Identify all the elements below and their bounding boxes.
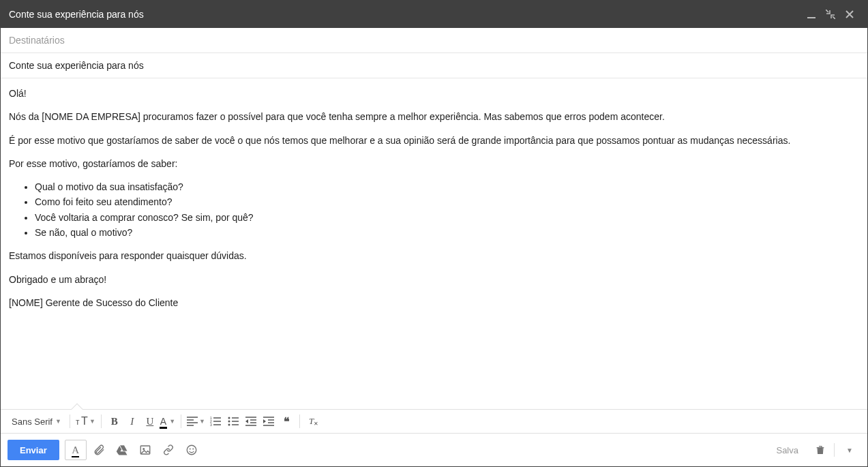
subject-row[interactable] <box>1 53 867 78</box>
body-paragraph: Estamos disponíveis para responder quais… <box>9 249 859 262</box>
indent-more-button[interactable] <box>260 412 278 430</box>
italic-icon: I <box>130 416 134 427</box>
separator <box>299 415 300 428</box>
close-icon <box>845 10 854 19</box>
font-family-label: Sans Serif <box>12 417 53 427</box>
list-item: Qual o motivo da sua insatisfação? <box>35 180 859 194</box>
svg-point-13 <box>187 445 196 455</box>
indent-less-icon <box>245 417 256 426</box>
separator <box>70 415 70 428</box>
list-item: Se não, qual o motivo? <box>35 226 859 239</box>
exit-fullscreen-button[interactable] <box>821 5 840 24</box>
discard-draft-button[interactable] <box>809 440 831 460</box>
save-status: Salva <box>776 445 798 455</box>
exit-fullscreen-icon <box>826 10 835 19</box>
link-icon <box>162 444 175 456</box>
underline-button[interactable]: U <box>141 412 159 430</box>
emoji-icon <box>185 444 198 456</box>
chevron-down-icon: ▼ <box>89 418 95 425</box>
compose-window: Conte sua experiência para nós Olá! Nós … <box>0 0 868 467</box>
bottom-bar: Enviar A Salva ▼ <box>1 434 867 466</box>
svg-text:✕: ✕ <box>314 421 318 427</box>
chevron-down-icon: ▼ <box>199 418 205 425</box>
list-item: Como foi feito seu atendimento? <box>35 195 859 209</box>
body-paragraph: Por esse motivo, gostaríamos de saber: <box>9 157 859 170</box>
svg-point-7 <box>228 421 230 423</box>
svg-text:3: 3 <box>210 423 212 426</box>
svg-point-12 <box>143 448 145 450</box>
font-size-button[interactable]: тT ▼ <box>74 412 97 430</box>
drive-icon <box>116 444 128 456</box>
recipients-row[interactable] <box>1 28 867 53</box>
quote-icon: ❝ <box>284 415 290 428</box>
separator <box>181 415 181 428</box>
bullet-list-button[interactable] <box>224 412 242 430</box>
send-button[interactable]: Enviar <box>8 440 59 460</box>
numbered-list-icon: 123 <box>210 417 221 426</box>
chevron-down-icon: ▼ <box>55 418 61 425</box>
chevron-down-icon: ▼ <box>169 418 175 425</box>
insert-link-button[interactable] <box>158 440 179 460</box>
font-family-select[interactable]: Sans Serif ▼ <box>5 412 65 430</box>
separator <box>101 415 102 428</box>
paperclip-icon <box>93 444 105 456</box>
insert-emoji-button[interactable] <box>181 440 203 460</box>
svg-point-14 <box>190 449 191 450</box>
insert-photo-button[interactable] <box>134 440 156 460</box>
body-paragraph: É por esse motivo que gostaríamos de sab… <box>9 134 859 147</box>
minimize-icon <box>807 10 816 19</box>
text-color-button[interactable]: A ▼ <box>159 412 177 430</box>
insert-drive-button[interactable] <box>111 440 133 460</box>
font-size-icon: тT <box>76 416 89 427</box>
svg-point-6 <box>228 417 230 419</box>
body-paragraph: Nós da [NOME DA EMPRESA] procuramos faze… <box>9 110 859 123</box>
title-bar: Conte sua experiência para nós <box>1 1 867 28</box>
chevron-down-icon: ▼ <box>846 447 853 454</box>
format-icon: A <box>72 445 79 456</box>
image-icon <box>139 444 151 456</box>
list-item: Você voltaria a comprar conosco? Se sim,… <box>35 211 859 224</box>
svg-rect-16 <box>818 448 823 454</box>
body-paragraph: [NOME] Gerente de Sucesso do Cliente <box>9 296 859 310</box>
attach-file-button[interactable] <box>88 440 110 460</box>
align-button[interactable]: ▼ <box>185 412 207 430</box>
body-paragraph: Olá! <box>9 87 859 100</box>
bold-icon: B <box>111 416 118 427</box>
svg-text:T: T <box>81 416 88 427</box>
subject-input[interactable] <box>9 60 859 71</box>
minimize-button[interactable] <box>802 5 821 24</box>
indent-less-button[interactable] <box>242 412 260 430</box>
body-paragraph: Obrigado e um abraço! <box>9 273 859 286</box>
align-icon <box>187 417 198 426</box>
toggle-format-button[interactable]: A <box>65 440 87 460</box>
format-toolbar: Sans Serif ▼ тT ▼ B I U A ▼ ▼ 123 <box>1 409 867 434</box>
more-options-button[interactable]: ▼ <box>839 440 860 460</box>
email-body-editor[interactable]: Olá! Nós da [NOME DA EMPRESA] procuramos… <box>1 78 867 409</box>
separator <box>834 443 835 457</box>
quote-button[interactable]: ❝ <box>278 412 295 430</box>
remove-formatting-button[interactable]: T✕ <box>304 412 322 430</box>
text-color-icon: A <box>160 416 166 427</box>
indent-more-icon <box>263 417 274 426</box>
bullet-list-icon <box>228 417 239 426</box>
trash-icon <box>815 444 826 456</box>
svg-text:т: т <box>76 417 80 427</box>
svg-rect-0 <box>807 17 815 18</box>
bold-button[interactable]: B <box>106 412 123 430</box>
svg-point-15 <box>192 449 194 450</box>
recipients-input[interactable] <box>9 35 859 46</box>
svg-point-8 <box>228 424 230 426</box>
body-bullet-list: Qual o motivo da sua insatisfação? Como … <box>35 180 859 239</box>
window-title: Conte sua experiência para nós <box>9 9 802 20</box>
underline-icon: U <box>146 416 153 427</box>
remove-formatting-icon: T✕ <box>308 416 318 427</box>
close-button[interactable] <box>840 5 859 24</box>
italic-button[interactable]: I <box>123 412 141 430</box>
numbered-list-button[interactable]: 123 <box>207 412 224 430</box>
